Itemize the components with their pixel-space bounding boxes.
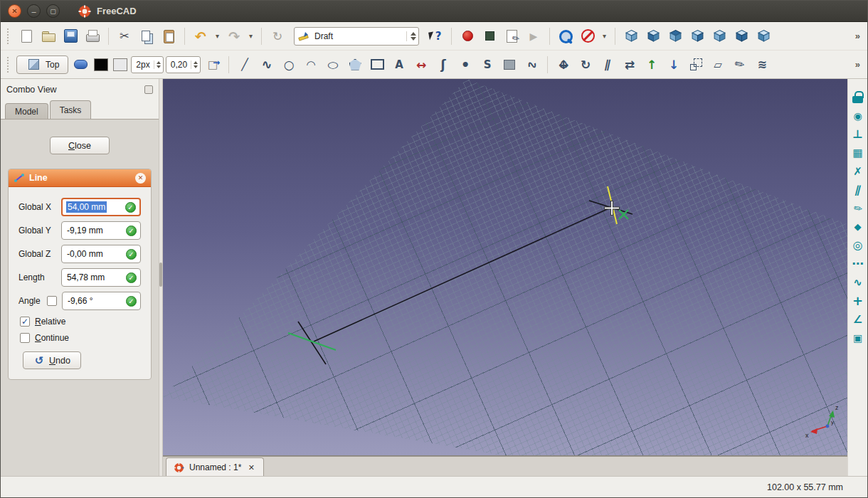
draft-upgrade-button[interactable]: [642, 55, 662, 75]
close-task-button[interactable]: Close: [50, 137, 110, 154]
fit-all-button[interactable]: [556, 26, 576, 46]
redo-dropdown[interactable]: [246, 26, 255, 46]
macro-execute-button[interactable]: [524, 26, 544, 46]
global-y-input[interactable]: -9,19 mm: [61, 221, 141, 240]
face-color-swatch[interactable]: [113, 58, 127, 71]
draft-wire-button[interactable]: [257, 55, 277, 75]
whats-this-button[interactable]: [425, 26, 445, 46]
snap-center-button[interactable]: [850, 237, 866, 253]
undo-button[interactable]: Undo: [23, 351, 81, 369]
draft-stretch-button[interactable]: [752, 55, 772, 75]
snap-workingplane-button[interactable]: [850, 329, 866, 346]
draft-line-button[interactable]: [235, 55, 255, 75]
draft-move-button[interactable]: [554, 55, 573, 75]
3d-viewport[interactable]: x z y: [163, 79, 849, 456]
line-width-spinbox[interactable]: 2px: [131, 56, 163, 73]
save-button[interactable]: [60, 26, 80, 46]
workbench-stepper[interactable]: [406, 31, 416, 41]
snap-intersection-button[interactable]: [850, 163, 866, 179]
refresh-button[interactable]: [268, 26, 287, 46]
draft-bspline-button[interactable]: [433, 55, 453, 75]
toolbar-drag-handle[interactable]: [7, 28, 10, 44]
draft-dimension-button[interactable]: [411, 55, 431, 75]
document-tab-close-icon[interactable]: [246, 462, 256, 472]
toolbar-drag-handle[interactable]: [7, 57, 10, 73]
snap-grid-button[interactable]: [850, 144, 866, 161]
snap-parallel-button[interactable]: [850, 181, 866, 198]
macro-edit-button[interactable]: [502, 26, 522, 46]
draft-trimex-button[interactable]: [620, 55, 640, 75]
undo-dropdown[interactable]: [213, 26, 222, 46]
toggle-snap-button[interactable]: [850, 89, 866, 105]
snap-midpoint-button[interactable]: [850, 292, 866, 309]
global-x-input[interactable]: 54,00 mm: [61, 198, 141, 216]
snap-endpoint-button[interactable]: [850, 107, 866, 124]
autogroup-button[interactable]: [203, 55, 223, 75]
draft-ellipse-button[interactable]: [323, 55, 343, 75]
snap-dimensions-button[interactable]: [850, 255, 866, 272]
document-tab[interactable]: Unnamed : 1*: [166, 457, 264, 477]
snap-angle-button[interactable]: [850, 311, 866, 327]
workbench-selector[interactable]: Draft: [294, 27, 419, 46]
snap-extension-button[interactable]: [850, 200, 866, 216]
draft-shapestring-button[interactable]: [477, 55, 497, 75]
working-plane-button[interactable]: Top: [16, 55, 68, 74]
copy-button[interactable]: [137, 26, 157, 46]
task-close-icon[interactable]: [135, 173, 146, 184]
snap-special-button[interactable]: [850, 218, 866, 235]
macro-stop-button[interactable]: [480, 26, 499, 46]
toolbar-overflow-chevron[interactable]: »: [855, 59, 862, 70]
construction-mode-button[interactable]: [70, 55, 90, 75]
open-document-button[interactable]: [38, 26, 58, 46]
view-top-button[interactable]: [665, 26, 685, 46]
draft-rotate-button[interactable]: [576, 55, 596, 75]
toolbar-overflow-chevron[interactable]: »: [855, 31, 862, 41]
window-maximize-button[interactable]: [46, 4, 60, 18]
angle-lock-checkbox[interactable]: [47, 296, 57, 306]
tab-model[interactable]: Model: [5, 103, 48, 119]
draft-point-button[interactable]: [455, 55, 475, 75]
length-input[interactable]: 54,78 mm: [61, 268, 141, 287]
view-bottom-button[interactable]: [731, 26, 751, 46]
continue-checkbox[interactable]: [20, 333, 30, 343]
window-minimize-button[interactable]: [27, 4, 41, 18]
draft-arc-button[interactable]: [301, 55, 321, 75]
draw-style-button[interactable]: [578, 26, 598, 46]
scale-stepper[interactable]: [191, 60, 198, 69]
draft-downgrade-button[interactable]: [664, 55, 684, 75]
view-axonometric-button[interactable]: [621, 26, 641, 46]
relative-checkbox[interactable]: [20, 317, 30, 327]
redo-button[interactable]: [224, 26, 244, 46]
draft-text-button[interactable]: [389, 55, 409, 75]
draft-bezier-button[interactable]: [522, 55, 541, 75]
macro-record-button[interactable]: [457, 26, 477, 46]
draw-style-dropdown[interactable]: [600, 26, 609, 46]
window-close-button[interactable]: [8, 4, 21, 18]
cut-button[interactable]: [115, 26, 134, 46]
new-document-button[interactable]: [16, 26, 36, 46]
view-rear-button[interactable]: [709, 26, 729, 46]
draft-edit-button[interactable]: [730, 55, 750, 75]
global-z-input[interactable]: -0,00 mm: [61, 245, 141, 263]
draft-circle-button[interactable]: [279, 55, 299, 75]
view-right-button[interactable]: [687, 26, 707, 46]
draft-polygon-button[interactable]: [345, 55, 365, 75]
snap-near-button[interactable]: [850, 274, 866, 290]
scale-spinbox[interactable]: 0,20: [166, 56, 201, 73]
panel-float-button[interactable]: [144, 85, 153, 94]
tab-tasks[interactable]: Tasks: [50, 100, 92, 119]
view-left-button[interactable]: [753, 26, 773, 46]
view-front-button[interactable]: [643, 26, 663, 46]
line-width-stepper[interactable]: [154, 60, 161, 69]
draft-scale-button[interactable]: [686, 55, 706, 75]
undo-button[interactable]: [191, 26, 211, 46]
paste-button[interactable]: [159, 26, 179, 46]
line-color-swatch[interactable]: [94, 58, 108, 71]
angle-input[interactable]: -9,66 °: [62, 292, 141, 310]
draft-shape2dview-button[interactable]: [708, 55, 728, 75]
print-button[interactable]: [83, 26, 102, 46]
draft-rectangle-button[interactable]: [367, 55, 387, 75]
draft-offset-button[interactable]: [598, 55, 618, 75]
snap-perpendicular-button[interactable]: [850, 126, 866, 142]
draft-facebinder-button[interactable]: [499, 55, 519, 75]
